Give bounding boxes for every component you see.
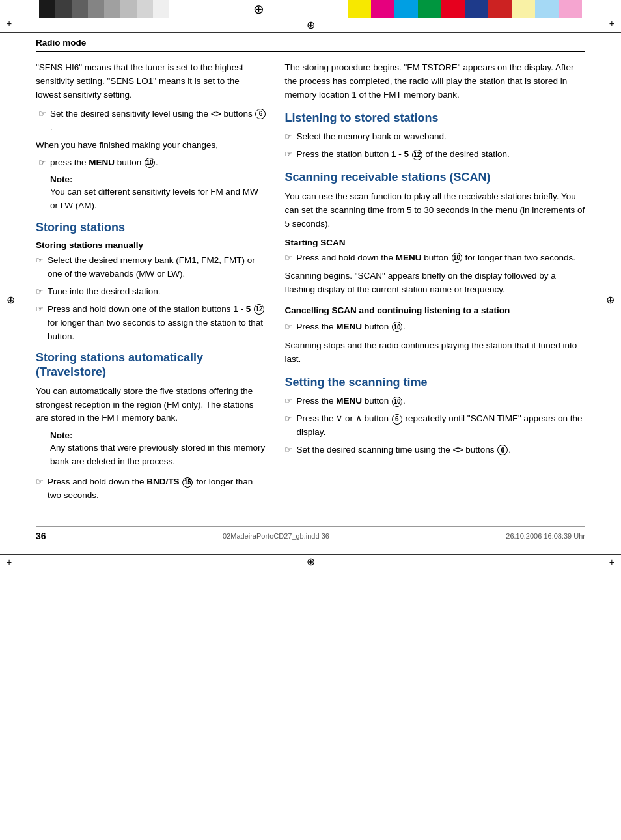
bullet-setting-menu: ☞ Press the MENU button 10.	[284, 395, 585, 408]
page-footer: 36 02MadeiraPortoCD27_gb.indd 36 26.10.2…	[36, 526, 585, 541]
arrow-icon-13: ☞	[284, 445, 292, 455]
right-column: The storing procedure begins. "FM TSTORE…	[284, 61, 585, 461]
bullet-menu-press: ☞ press the MENU button 10.	[36, 156, 266, 170]
arrow-icon-10: ☞	[284, 322, 292, 331]
badge-6c: 6	[497, 445, 508, 455]
badge-12b: 12	[412, 150, 422, 160]
badge-10d: 10	[392, 397, 402, 407]
bullet-setting-menu-text: Press the MENU button 10.	[296, 395, 405, 408]
color-gray2	[88, 0, 104, 18]
arrow-icon-3: ☞	[36, 255, 44, 265]
arrow-icon-11: ☞	[284, 396, 292, 406]
reg-mark-bottom-left: +	[7, 557, 12, 567]
center-cross-top: ⊕	[307, 19, 315, 31]
badge-12: 12	[254, 304, 264, 315]
page-header-title: Radio mode	[36, 38, 86, 48]
color-gray5	[137, 0, 153, 18]
bullet-updown: ☞ Press the ∨ or ∧ button 6 repeatedly u…	[284, 412, 585, 440]
bullet-press-station: ☞ Press the station button 1 - 5 12 of t…	[284, 148, 585, 161]
arrow-icon-7: ☞	[284, 132, 292, 141]
arrow-icon-4: ☞	[36, 287, 44, 296]
arrow-icon-12: ☞	[284, 413, 292, 423]
bullet-tune: ☞ Tune into the desired station.	[36, 285, 266, 299]
page-number: 36	[36, 531, 46, 541]
badge-6b: 6	[392, 414, 402, 425]
arrow-icon-8: ☞	[284, 149, 292, 159]
color-yellow	[348, 0, 371, 18]
arrow-icon-9: ☞	[284, 253, 292, 262]
scan-title: Scanning receivable stations (SCAN)	[284, 171, 585, 185]
bullet-menu-text: press the MENU button 10.	[50, 156, 158, 170]
storing-manual-title: Storing stations manually	[36, 240, 266, 250]
setting-title: Setting the scanning time	[284, 376, 585, 390]
page-header: Radio mode	[36, 33, 585, 52]
note-text-1: You can set different sensitivity levels…	[50, 186, 266, 213]
reg-mark-mid-right: ⊕	[606, 294, 614, 306]
note-text-2: Any stations that were previously stored…	[50, 441, 266, 469]
badge-10b: 10	[452, 253, 462, 263]
color-lt-magenta	[559, 0, 582, 18]
bullet-select-waveband-text: Select the memory bank or waveband.	[296, 130, 446, 144]
color-gray1	[72, 0, 88, 18]
auto-store-text: You can automatically store the five sta…	[36, 385, 266, 426]
color-gray4	[120, 0, 137, 18]
left-column: "SENS HI6" means that the tuner is set t…	[36, 61, 266, 507]
color-red2	[488, 0, 512, 18]
reg-mark-top-left: +	[7, 18, 12, 29]
color-blue-dark	[465, 0, 488, 18]
bullet-select-waveband: ☞ Select the memory bank or waveband.	[284, 130, 585, 144]
bullet-set-time-text: Set the desired scanning time using the …	[296, 443, 511, 457]
note-block-1: Note: You can set different sensitivity …	[50, 175, 266, 213]
color-magenta	[371, 0, 394, 18]
arrow-icon-2: ☞	[38, 158, 46, 167]
bullet-cancel-scan: ☞ Press the MENU button 10.	[284, 320, 585, 334]
cancel-text: Scanning stops and the radio continues p…	[284, 339, 585, 367]
arrow-icon-5: ☞	[36, 304, 44, 314]
scan-begins-text: Scanning begins. "SCAN" appears briefly …	[284, 270, 585, 297]
cancel-scan-title: Cancelling SCAN and continuing listening…	[284, 305, 585, 316]
footer-file-info: 02MadeiraPortoCD27_gb.indd 36	[223, 532, 329, 540]
bullet-sensitivity-text: Set the desired sensitivity level using …	[50, 107, 266, 135]
bullet-cancel-scan-text: Press the MENU button 10.	[296, 320, 405, 334]
auto-store-title: Storing stations automatically (Travelst…	[36, 351, 266, 379]
arrow-icon-6: ☞	[36, 477, 44, 486]
bullet-press-station-text: Press the station button 1 - 5 12 of the…	[296, 148, 509, 161]
storing-proc-text: The storing procedure begins. "FM TSTORE…	[284, 61, 585, 102]
listening-title: Listening to stored stations	[284, 111, 585, 126]
color-red	[441, 0, 465, 18]
bullet-hold-station-text: Press and hold down one of the station b…	[48, 303, 266, 344]
color-dark	[55, 0, 72, 18]
color-black	[39, 0, 55, 18]
badge-6: 6	[255, 109, 266, 119]
bullet-bndts: ☞ Press and hold down the BND/TS 15 for …	[36, 475, 266, 503]
bullet-select-bank: ☞ Select the desired memory bank (FM1, F…	[36, 254, 266, 281]
bullet-hold-menu-text: Press and hold down the MENU button 10 f…	[296, 251, 575, 265]
footer-date-info: 26.10.2006 16:08:39 Uhr	[506, 532, 585, 540]
badge-10: 10	[145, 158, 155, 168]
bullet-sensitivity: ☞ Set the desired sensitivity level usin…	[36, 107, 266, 135]
color-gray3	[104, 0, 120, 18]
starting-scan-title: Starting SCAN	[284, 238, 585, 247]
bullet-updown-text: Press the ∨ or ∧ button 6 repeatedly unt…	[296, 412, 585, 440]
note-label-2: Note:	[50, 430, 266, 440]
storing-stations-title: Storing stations	[36, 221, 266, 235]
changes-text: When you have finished making your chang…	[36, 139, 266, 152]
bullet-set-time: ☞ Set the desired scanning time using th…	[284, 443, 585, 457]
bullet-hold-station: ☞ Press and hold down one of the station…	[36, 303, 266, 344]
badge-15: 15	[182, 477, 193, 488]
color-lt-cyan	[535, 0, 559, 18]
reg-mark-mid-left: ⊕	[7, 294, 15, 306]
note-block-2: Note: Any stations that were previously …	[50, 430, 266, 469]
bullet-hold-menu: ☞ Press and hold down the MENU button 10…	[284, 251, 585, 265]
reg-mark-bottom-right: +	[609, 557, 614, 567]
arrow-icon-1: ☞	[38, 109, 46, 119]
bullet-bndts-text: Press and hold down the BND/TS 15 for lo…	[48, 475, 266, 503]
color-white	[153, 0, 169, 18]
color-lt-yellow	[512, 0, 535, 18]
center-cross-bottom: ⊕	[307, 555, 315, 568]
color-cyan	[394, 0, 418, 18]
color-green	[418, 0, 441, 18]
reg-mark-top-right: +	[609, 18, 614, 29]
bullet-select-bank-text: Select the desired memory bank (FM1, FM2…	[48, 254, 266, 281]
intro-paragraph: "SENS HI6" means that the tuner is set t…	[36, 61, 266, 102]
